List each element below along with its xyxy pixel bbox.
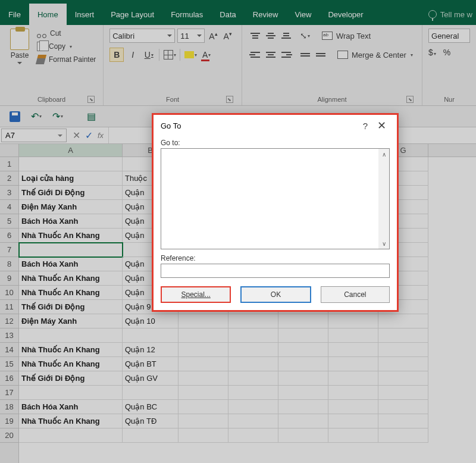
cell-D12[interactable] — [228, 314, 278, 329]
cell-C13[interactable] — [178, 329, 228, 343]
cell-E18[interactable] — [278, 400, 328, 414]
decrease-indent-button[interactable] — [298, 48, 312, 62]
align-middle-button[interactable] — [264, 29, 278, 43]
cell-D20[interactable] — [228, 428, 278, 443]
row-header-20[interactable]: 20 — [0, 428, 18, 443]
cell-E16[interactable] — [278, 371, 328, 386]
cell-C17[interactable] — [178, 386, 228, 400]
row-header-10[interactable]: 10 — [0, 286, 18, 300]
decrease-font-icon[interactable]: A▾ — [222, 31, 234, 41]
cell-B17[interactable] — [123, 386, 178, 400]
tab-view[interactable]: View — [286, 4, 320, 25]
reference-input[interactable] — [161, 264, 390, 278]
copy-button[interactable]: Copy▾ — [37, 42, 96, 51]
tab-review[interactable]: Review — [245, 4, 287, 25]
cell-A4[interactable]: Điện Máy Xanh — [19, 200, 123, 214]
row-header-1[interactable]: 1 — [0, 157, 18, 171]
row-header-7[interactable]: 7 — [0, 243, 18, 257]
close-icon[interactable]: ✕ — [374, 119, 390, 132]
cut-button[interactable]: Cut — [37, 29, 96, 38]
cell-C18[interactable] — [178, 400, 228, 414]
dialog-launcher-icon[interactable]: ⬊ — [406, 96, 414, 103]
wrap-text-button[interactable]: Wrap Text — [320, 30, 373, 42]
cell-A1[interactable] — [19, 157, 123, 171]
tab-data[interactable]: Data — [211, 4, 244, 25]
tab-home[interactable]: Home — [29, 4, 67, 25]
currency-button[interactable]: $▾ — [428, 48, 436, 57]
cell-D14[interactable] — [228, 343, 278, 357]
cell-A19[interactable]: Nhà Thuốc An Khang — [19, 414, 123, 428]
cell-C16[interactable] — [178, 371, 228, 386]
row-header-3[interactable]: 3 — [0, 186, 18, 200]
fx-icon[interactable]: fx — [98, 131, 104, 140]
cell-B12[interactable]: Quận 10 — [123, 314, 178, 329]
cell-C19[interactable] — [178, 414, 228, 428]
cell-F14[interactable] — [328, 343, 378, 357]
cell-G16[interactable] — [378, 371, 428, 386]
cell-G19[interactable] — [378, 414, 428, 428]
cell-A9[interactable]: Nhà Thuốc An Khang — [19, 271, 123, 286]
cell-G14[interactable] — [378, 343, 428, 357]
cell-F18[interactable] — [328, 400, 378, 414]
row-header-19[interactable]: 19 — [0, 414, 18, 428]
cell-B14[interactable]: Quận 12 — [123, 343, 178, 357]
cell-A17[interactable] — [19, 386, 123, 400]
cell-D15[interactable] — [228, 357, 278, 371]
cell-F20[interactable] — [328, 428, 378, 443]
cell-A10[interactable]: Nhà Thuốc An Khang — [19, 286, 123, 300]
enter-icon[interactable]: ✓ — [85, 130, 93, 141]
cell-A16[interactable]: Thế Giới Di Động — [19, 371, 123, 386]
scrollbar[interactable]: ∧ ∨ — [378, 149, 389, 249]
font-size-combo[interactable]: 11 — [177, 29, 205, 43]
cell-D13[interactable] — [228, 329, 278, 343]
tab-developer[interactable]: Developer — [320, 4, 371, 25]
merge-center-button[interactable]: Merge & Center▾ — [335, 49, 415, 61]
cell-A12[interactable]: Điện Máy Xanh — [19, 314, 123, 329]
font-name-combo[interactable]: Calibri — [109, 29, 175, 43]
cell-E13[interactable] — [278, 329, 328, 343]
cell-D19[interactable] — [228, 414, 278, 428]
tab-insert[interactable]: Insert — [67, 4, 103, 25]
cell-G13[interactable] — [378, 329, 428, 343]
cell-B13[interactable] — [123, 329, 178, 343]
cell-A11[interactable]: Thế Giới Di Động — [19, 300, 123, 314]
cell-E20[interactable] — [278, 428, 328, 443]
col-header-A[interactable]: A — [19, 144, 123, 157]
row-header-4[interactable]: 4 — [0, 200, 18, 214]
orientation-button[interactable]: ⤡▾ — [298, 29, 312, 43]
row-header-6[interactable]: 6 — [0, 229, 18, 243]
font-color-button[interactable]: A▾ — [199, 48, 214, 62]
cell-G15[interactable] — [378, 357, 428, 371]
percent-button[interactable]: % — [443, 48, 450, 57]
cell-C14[interactable] — [178, 343, 228, 357]
align-right-button[interactable] — [279, 48, 293, 62]
special-button[interactable]: Special... — [161, 286, 231, 303]
tab-file[interactable]: File — [0, 4, 29, 25]
cell-B20[interactable] — [123, 428, 178, 443]
row-header-16[interactable]: 16 — [0, 371, 18, 386]
cell-G17[interactable] — [378, 386, 428, 400]
cell-F16[interactable] — [328, 371, 378, 386]
cell-A13[interactable] — [19, 329, 123, 343]
tab-page-layout[interactable]: Page Layout — [102, 4, 162, 25]
cell-B19[interactable]: Quận TĐ — [123, 414, 178, 428]
undo-button[interactable]: ↶▾ — [30, 110, 43, 123]
row-header-2[interactable]: 2 — [0, 171, 18, 186]
tell-me[interactable]: Tell me w — [425, 4, 476, 25]
cell-D16[interactable] — [228, 371, 278, 386]
cell-A8[interactable]: Bách Hóa Xanh — [19, 257, 123, 271]
cell-A2[interactable]: Loại cửa hàng — [19, 171, 123, 186]
row-header-8[interactable]: 8 — [0, 257, 18, 271]
cell-B16[interactable]: Quận GV — [123, 371, 178, 386]
underline-button[interactable]: U▾ — [142, 48, 156, 62]
row-header-5[interactable]: 5 — [0, 214, 18, 229]
cell-E12[interactable] — [278, 314, 328, 329]
row-header-9[interactable]: 9 — [0, 271, 18, 286]
fill-color-button[interactable]: ▾ — [183, 48, 198, 62]
cell-F19[interactable] — [328, 414, 378, 428]
italic-button[interactable]: I — [126, 48, 140, 62]
cell-F15[interactable] — [328, 357, 378, 371]
cell-C20[interactable] — [178, 428, 228, 443]
scroll-down-icon[interactable]: ∨ — [378, 238, 389, 249]
cell-F12[interactable] — [328, 314, 378, 329]
